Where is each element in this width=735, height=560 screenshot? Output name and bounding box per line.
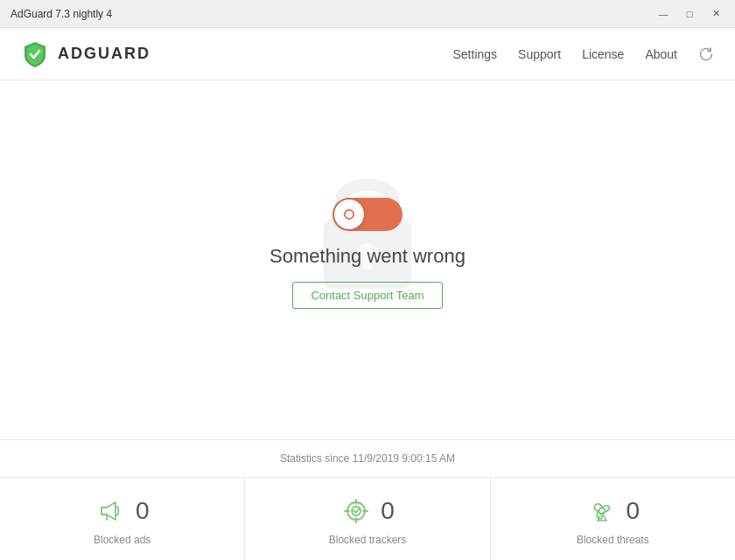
toggle-knob-inner	[344, 209, 354, 220]
stat-card-threats: 0 Blocked threats	[491, 478, 735, 560]
close-button[interactable]: ✕	[704, 5, 728, 23]
toggle-wrapper	[332, 198, 402, 231]
nav-support[interactable]: Support	[518, 47, 561, 61]
nav-about[interactable]: About	[645, 47, 677, 61]
stat-top-ads: 0	[95, 495, 150, 527]
nav-settings[interactable]: Settings	[453, 47, 498, 61]
app-title: AdGuard 7.3 nightly 4	[10, 8, 112, 20]
blocked-threats-icon	[586, 495, 618, 527]
maximize-button[interactable]: □	[677, 5, 702, 23]
refresh-icon	[698, 46, 714, 62]
logo: ADGUARD	[21, 40, 150, 68]
statistics-section: Statistics since 11/9/2019 9:00:15 AM 0	[0, 439, 735, 560]
logo-text: ADGUARD	[58, 45, 150, 63]
error-section: Something went wrong Contact Support Tea…	[270, 245, 466, 309]
stat-top-trackers: 0	[340, 495, 395, 527]
minimize-button[interactable]: —	[651, 5, 676, 23]
protection-toggle[interactable]	[332, 198, 402, 231]
blocked-threats-label: Blocked threats	[577, 534, 649, 546]
blocked-ads-count: 0	[136, 497, 150, 525]
blocked-trackers-count: 0	[381, 497, 395, 525]
blocked-trackers-icon	[340, 495, 372, 527]
toggle-knob	[334, 200, 364, 229]
blocked-trackers-label: Blocked trackers	[329, 534, 407, 546]
navigation: Settings Support License About	[453, 46, 715, 62]
window-controls: — □ ✕	[651, 5, 728, 23]
header: ADGUARD Settings Support License About	[0, 28, 735, 80]
blocked-threats-count: 0	[626, 497, 640, 525]
main-content: Something went wrong Contact Support Tea…	[0, 80, 735, 439]
stat-card-trackers: 0 Blocked trackers	[245, 478, 490, 560]
adguard-logo-icon	[21, 40, 49, 68]
app-container: ADGUARD Settings Support License About	[0, 28, 735, 560]
blocked-ads-icon	[95, 495, 127, 527]
toggle-area	[332, 198, 402, 231]
contact-support-button[interactable]: Contact Support Team	[292, 282, 442, 309]
stat-card-ads: 0 Blocked ads	[0, 478, 245, 560]
blocked-ads-label: Blocked ads	[94, 534, 150, 546]
stats-cards: 0 Blocked ads	[0, 478, 735, 560]
stats-since-label: Statistics since 11/9/2019 9:00:15 AM	[0, 440, 735, 478]
svg-line-11	[604, 515, 606, 521]
nav-license[interactable]: License	[582, 47, 624, 61]
titlebar: AdGuard 7.3 nightly 4 — □ ✕	[0, 0, 735, 28]
refresh-button[interactable]	[698, 46, 714, 62]
stat-top-threats: 0	[586, 495, 640, 527]
error-title: Something went wrong	[270, 245, 466, 268]
